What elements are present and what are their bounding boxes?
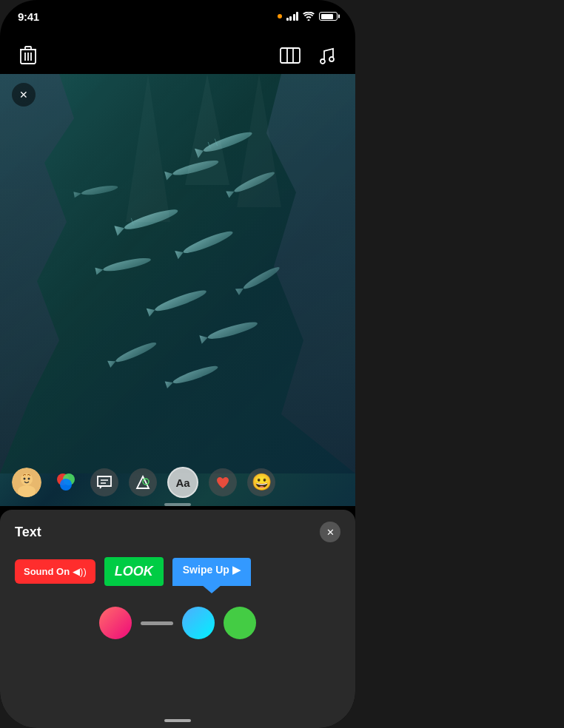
svg-point-41 <box>18 485 36 497</box>
text-tool-button[interactable]: Aa <box>167 467 198 498</box>
color-swatch-pink[interactable] <box>99 607 132 639</box>
panel-header: Text ✕ <box>0 510 355 551</box>
close-video-icon: ✕ <box>19 89 28 101</box>
delete-button[interactable] <box>15 42 41 69</box>
notch <box>130 0 226 21</box>
svg-point-40 <box>21 473 33 485</box>
svg-point-10 <box>329 57 334 61</box>
sound-on-icon: ◀)) <box>73 566 87 577</box>
phone-frame: 9:41 <box>0 0 355 728</box>
wifi-icon <box>303 12 315 21</box>
panel-close-button[interactable]: ✕ <box>320 522 340 542</box>
emoji-button[interactable]: 😀 <box>247 468 275 496</box>
status-icons <box>278 12 338 21</box>
color-swatches-row <box>0 598 355 639</box>
video-content <box>0 74 355 506</box>
top-toolbar <box>0 37 355 74</box>
video-bottom-toolbar: Aa 😀 <box>0 462 355 503</box>
swipe-up-arrow: ▶ <box>232 564 241 576</box>
volume-indicator <box>278 14 282 18</box>
sound-on-sticker[interactable]: Sound On ◀)) <box>15 559 95 584</box>
panel-title: Text <box>15 525 41 540</box>
swatch-blue-indicator <box>182 607 215 639</box>
sticker-button[interactable] <box>209 468 237 496</box>
home-indicator <box>164 719 191 722</box>
svg-rect-6 <box>281 48 300 63</box>
status-time: 9:41 <box>18 10 39 23</box>
swipe-up-shape: Swipe Up ▶ <box>172 558 251 586</box>
right-background <box>355 0 564 728</box>
music-button[interactable] <box>314 42 340 69</box>
slideshow-button[interactable] <box>277 42 303 69</box>
signal-icon <box>286 12 299 21</box>
svg-point-43 <box>28 478 30 480</box>
swipe-up-sticker[interactable]: Swipe Up ▶ <box>172 558 251 586</box>
emoji-icon: 😀 <box>252 473 272 492</box>
colors-button[interactable] <box>52 468 80 496</box>
battery-icon <box>319 12 338 21</box>
look-sticker[interactable]: LOOK <box>104 557 164 586</box>
svg-point-42 <box>24 478 26 480</box>
bottom-panel: Text ✕ Sound On ◀)) LOOK Swipe Up ▶ <box>0 510 355 728</box>
svg-point-9 <box>320 59 325 64</box>
message-button[interactable] <box>90 468 118 496</box>
toolbar-right-icons <box>277 42 340 69</box>
swatch-indicator <box>141 621 173 625</box>
swipe-up-label: Swipe Up <box>183 564 232 576</box>
shapes-button[interactable] <box>129 468 157 496</box>
text-tool-label: Aa <box>175 476 189 489</box>
panel-close-icon: ✕ <box>326 527 335 538</box>
drag-handle[interactable] <box>164 503 191 506</box>
stickers-row: Sound On ◀)) LOOK Swipe Up ▶ <box>0 551 355 598</box>
memoji-button[interactable] <box>12 468 41 497</box>
color-swatch-green[interactable] <box>224 607 256 639</box>
sound-on-label: Sound On <box>24 566 70 577</box>
svg-point-46 <box>60 479 72 491</box>
look-label: LOOK <box>115 564 153 579</box>
close-video-button[interactable]: ✕ <box>12 83 36 107</box>
fish-scene <box>0 74 355 473</box>
